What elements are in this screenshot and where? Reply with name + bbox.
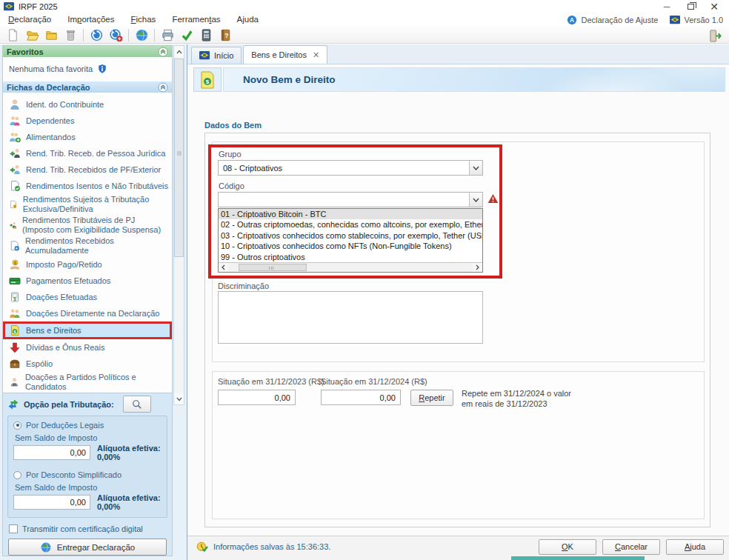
menu-ajuda[interactable]: Ajuda bbox=[229, 13, 267, 27]
statusbar: Informações salvas às 15:36:33. OK Cance… bbox=[187, 536, 729, 560]
person-ballot-icon bbox=[9, 376, 20, 388]
collapse-icon[interactable] bbox=[158, 47, 168, 57]
trash-icon[interactable] bbox=[61, 27, 80, 43]
saldo-simplificado-input[interactable] bbox=[13, 495, 90, 510]
sidebar-item-alimentandos[interactable]: Alimentandos bbox=[3, 129, 172, 145]
form-panel: Grupo 08 - Criptoativos Código 01 - Crip… bbox=[204, 133, 710, 527]
scroll-up-icon[interactable] bbox=[174, 46, 184, 57]
down-arrow-icon bbox=[9, 341, 21, 353]
record-online-icon[interactable] bbox=[132, 27, 151, 43]
toolbar: ? bbox=[0, 27, 729, 44]
sidebar-item-bens-direitos[interactable]: $ Bens e Direitos bbox=[3, 321, 172, 339]
verify-icon[interactable] bbox=[177, 27, 196, 43]
codigo-option[interactable]: 99 - Outros criptoativos bbox=[219, 252, 482, 262]
persons-add-icon bbox=[9, 131, 21, 143]
grupo-label: Grupo bbox=[219, 150, 242, 159]
restore-button[interactable] bbox=[679, 1, 702, 13]
scroll-right-icon[interactable] bbox=[473, 263, 482, 272]
arrow-person-warning-icon bbox=[9, 219, 17, 231]
sidebar-item-pagamentos[interactable]: Pagamentos Efetuados bbox=[3, 273, 172, 289]
scroll-down-icon[interactable] bbox=[174, 393, 184, 404]
sidebar-item-rend-pf-exterior[interactable]: Rend. Trib. Recebidos de PF/Exterior bbox=[3, 161, 172, 178]
sidebar-item-espolio[interactable]: Espólio bbox=[3, 356, 172, 372]
situacao-2024-label: Situação em 31/12/2024 (R$) bbox=[321, 377, 427, 386]
hand-coin-icon: $ bbox=[9, 259, 21, 270]
sidebar-item-rend-exclusiva[interactable]: Rendimentos Sujeitos à Tributação Exclus… bbox=[3, 194, 172, 215]
scroll-thumb[interactable] bbox=[239, 264, 307, 271]
sidebar-item-ident-contribuinte[interactable]: Ident. do Contribuinte bbox=[3, 96, 172, 113]
folder-icon[interactable] bbox=[41, 27, 61, 43]
favoritos-empty: Nenhuma ficha favorita bbox=[3, 57, 172, 81]
sidebar-scrollbar[interactable] bbox=[173, 45, 184, 405]
scroll-left-icon[interactable] bbox=[219, 263, 228, 272]
codigo-option[interactable]: 03 - Criptoativos conhecidos como stable… bbox=[219, 230, 482, 241]
entregar-declaracao-button[interactable]: Entregar Declaração bbox=[8, 539, 167, 556]
minimize-button[interactable]: ─ bbox=[655, 1, 679, 13]
cancel-button[interactable]: Cancelar bbox=[602, 539, 660, 555]
repetir-button[interactable]: Repetir bbox=[410, 390, 453, 406]
grupo-select[interactable]: 08 - Criptoativos bbox=[218, 160, 483, 176]
menu-ferramentas[interactable]: Ferramentas bbox=[164, 13, 228, 27]
tab-inicio[interactable]: Início bbox=[191, 47, 242, 64]
group-icon bbox=[9, 307, 21, 319]
chevron-down-icon[interactable] bbox=[469, 193, 482, 207]
codigo-option[interactable]: 10 - Criptoativos conhecidos como NFTs (… bbox=[219, 241, 482, 251]
radio-deducoes-legais[interactable]: Por Deduções Legais bbox=[13, 421, 162, 430]
radio-desconto-simplificado[interactable]: Por Desconto Simplificado bbox=[13, 470, 162, 479]
codigo-option[interactable]: 02 - Outras criptomoedas, conhecidas com… bbox=[219, 219, 482, 230]
sidebar-item-dependentes[interactable]: Dependentes bbox=[3, 113, 172, 129]
menu-importacoes[interactable]: Importações bbox=[59, 13, 122, 27]
help-button[interactable]: Ajuda bbox=[666, 539, 724, 555]
print-icon[interactable] bbox=[158, 27, 177, 43]
horizontal-scrollbar[interactable] bbox=[219, 262, 482, 272]
help-book-icon[interactable]: ? bbox=[216, 27, 235, 43]
money-doc-icon: $ bbox=[9, 291, 21, 303]
sidebar-item-rend-pj-suspensa[interactable]: Rendimentos Tributáveis de PJ (Imposto c… bbox=[3, 215, 172, 236]
sidebar-item-doacoes-declaracao[interactable]: Doações Diretamente na Declaração bbox=[3, 305, 172, 321]
titlebar: IRPF 2025 ─ ✕ bbox=[0, 0, 729, 13]
chevron-down-icon[interactable] bbox=[469, 161, 482, 175]
situacao-2023-label: Situação em 31/12/2023 (R$) bbox=[218, 377, 324, 386]
ok-button[interactable]: OK bbox=[539, 539, 596, 555]
irpf-window: IRPF 2025 ─ ✕ Declaração Importações Fic… bbox=[0, 0, 729, 560]
person-icon bbox=[9, 99, 21, 110]
codigo-option[interactable]: 01 - Criptoativo Bitcoin - BTC bbox=[219, 209, 482, 219]
sidebar-item-doacoes-partidos[interactable]: Doações a Partidos Políticos e Candidato… bbox=[3, 372, 172, 393]
info-icon[interactable] bbox=[97, 64, 107, 74]
exit-icon[interactable] bbox=[705, 27, 725, 44]
sidebar-item-imposto-pago[interactable]: $ Imposto Pago/Retido bbox=[3, 256, 172, 273]
sidebar-item-doacoes-efetuadas[interactable]: $ Doações Efetuadas bbox=[3, 289, 172, 305]
codigo-select[interactable] bbox=[218, 192, 483, 207]
favoritos-header[interactable]: Favoritos bbox=[3, 46, 172, 57]
menu-declaracao[interactable]: Declaração bbox=[0, 13, 59, 27]
scroll-thumb[interactable] bbox=[174, 59, 184, 257]
situacao-2024-input[interactable] bbox=[321, 390, 401, 405]
radio-icon[interactable] bbox=[13, 471, 21, 479]
search-button[interactable] bbox=[123, 396, 151, 413]
sidebar-item-dividas[interactable]: Dívidas e Ônus Reais bbox=[3, 339, 172, 356]
transmit-icon[interactable] bbox=[87, 27, 106, 43]
sidebar-panel: Favoritos Nenhuma ficha favorita Fichas … bbox=[2, 45, 173, 556]
tab-bens-direitos[interactable]: Bens e Direitos ✕ bbox=[243, 45, 327, 64]
saldo-deducoes-input[interactable] bbox=[13, 445, 90, 460]
fichas-header[interactable]: Fichas da Declaração bbox=[3, 81, 172, 93]
sidebar-item-rend-isentos[interactable]: Rendimentos Isentos e Não Tributáveis bbox=[3, 178, 172, 194]
opcao-label: Opção pela Tributação: bbox=[24, 400, 114, 409]
close-button[interactable]: ✕ bbox=[702, 1, 726, 13]
tributacao-panel: Por Deduções Legais Sem Saldo de Imposto… bbox=[7, 416, 167, 518]
tab-close-icon[interactable]: ✕ bbox=[313, 50, 319, 60]
open-declaration-icon[interactable] bbox=[22, 27, 41, 43]
calculator-icon[interactable] bbox=[196, 27, 216, 43]
menu-fichas[interactable]: Fichas bbox=[122, 13, 164, 27]
banner-icon-box: $ bbox=[193, 67, 222, 92]
transmit-cert-checkbox[interactable] bbox=[9, 524, 18, 533]
discriminacao-textarea[interactable] bbox=[218, 291, 483, 344]
sidebar-item-rend-acumuladamente[interactable]: Rendimentos Recebidos Acumuladamente bbox=[3, 236, 172, 256]
radio-icon[interactable] bbox=[13, 421, 21, 430]
sidebar-item-rend-pj[interactable]: Rend. Trib. Receb. de Pessoa Jurídica bbox=[3, 145, 172, 161]
situacao-2023-input[interactable] bbox=[218, 390, 296, 405]
new-declaration-icon[interactable] bbox=[3, 27, 22, 43]
transmit-cert-row[interactable]: Transmitir com certificação digital bbox=[3, 518, 172, 533]
collapse-icon[interactable] bbox=[158, 82, 168, 93]
transmit-receipt-icon[interactable] bbox=[106, 27, 125, 43]
